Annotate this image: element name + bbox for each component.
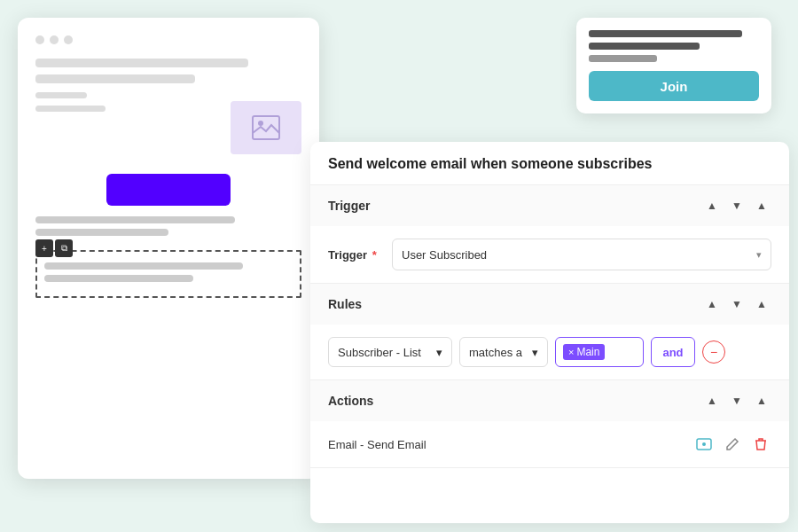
trigger-section-title: Trigger (328, 199, 370, 213)
matches-chevron-icon: ▾ (532, 346, 538, 359)
actions-section-controls: ▲ ▼ ▲ (702, 391, 771, 411)
trigger-dropdown[interactable]: User Subscribed ▾ (392, 239, 771, 270)
actions-section-header: Actions ▲ ▼ ▲ (310, 380, 789, 421)
browser-mockup: + ⧉ (18, 18, 319, 479)
actions-section-body: Email - Send Email (310, 421, 789, 467)
browser-cta-button[interactable] (106, 174, 231, 206)
add-tool-button[interactable]: + (35, 239, 53, 257)
browser-line-3 (35, 92, 87, 98)
rules-up-button[interactable]: ▲ (702, 294, 722, 314)
rules-row: Subscriber - List ▾ matches a ▾ × Main a… (328, 337, 771, 367)
actions-expand-button[interactable]: ▲ (752, 391, 771, 411)
join-line-2 (589, 43, 700, 50)
browser-line-4 (35, 106, 106, 112)
and-button[interactable]: and (651, 337, 695, 367)
subscriber-list-dropdown[interactable]: Subscriber - List ▾ (328, 337, 452, 367)
actions-section-title: Actions (328, 394, 373, 408)
action-icons (693, 434, 771, 455)
join-line-3 (589, 55, 657, 62)
dot-green (64, 35, 73, 44)
trigger-field-row: Trigger * User Subscribed ▾ (328, 239, 771, 270)
matches-label: matches a (469, 346, 522, 359)
rules-section: Rules ▲ ▼ ▲ Subscriber - List ▾ matches … (310, 284, 789, 380)
browser-line-2 (35, 74, 195, 83)
dashed-selection-box: + ⧉ (35, 250, 301, 298)
trigger-section-body: Trigger * User Subscribed ▾ (310, 226, 789, 283)
svg-rect-0 (253, 116, 279, 139)
automation-title: Send welcome email when someone subscrib… (310, 142, 789, 185)
matches-dropdown[interactable]: matches a ▾ (459, 337, 548, 367)
action-row: Email - Send Email (328, 434, 771, 455)
browser-dots (35, 35, 301, 44)
dot-yellow (50, 35, 59, 44)
required-indicator: * (369, 248, 377, 262)
trigger-down-button[interactable]: ▼ (727, 196, 747, 215)
selection-tools: + ⧉ (35, 239, 73, 257)
join-line-1 (589, 30, 742, 37)
trigger-section-header: Trigger ▲ ▼ ▲ (310, 185, 789, 226)
tag-value: Main (576, 346, 599, 358)
actions-up-button[interactable]: ▲ (702, 391, 722, 411)
rules-section-controls: ▲ ▼ ▲ (702, 294, 771, 314)
browser-image-placeholder (231, 101, 301, 154)
tag-x-icon[interactable]: × (568, 347, 574, 357)
subscriber-chevron-icon: ▾ (436, 346, 442, 359)
action-label: Email - Send Email (328, 438, 426, 451)
trigger-up-button[interactable]: ▲ (702, 196, 722, 215)
join-widget: Join (576, 18, 771, 113)
minus-icon: − (710, 345, 717, 359)
trigger-section-controls: ▲ ▼ ▲ (702, 196, 771, 215)
trigger-expand-button[interactable]: ▲ (752, 196, 771, 215)
rules-down-button[interactable]: ▼ (727, 294, 747, 314)
browser-line-1 (35, 59, 248, 67)
trigger-field-label: Trigger * (328, 248, 381, 262)
rules-section-body: Subscriber - List ▾ matches a ▾ × Main a… (310, 325, 789, 379)
rules-section-header: Rules ▲ ▼ ▲ (310, 284, 789, 325)
trigger-chevron-icon: ▾ (756, 249, 762, 261)
automation-panel: Send welcome email when someone subscrib… (310, 142, 789, 523)
rules-section-title: Rules (328, 297, 362, 311)
subscriber-list-label: Subscriber - List (338, 346, 421, 359)
remove-rule-button[interactable]: − (702, 340, 725, 364)
svg-point-1 (258, 121, 263, 126)
edit-icon[interactable] (722, 434, 743, 455)
browser-content (35, 216, 301, 236)
actions-section: Actions ▲ ▼ ▲ Email - Send Email (310, 380, 789, 468)
rules-expand-button[interactable]: ▲ (752, 294, 771, 314)
preview-icon[interactable] (693, 434, 715, 455)
actions-down-button[interactable]: ▼ (727, 391, 747, 411)
join-widget-lines (589, 30, 759, 62)
delete-icon[interactable] (750, 434, 771, 455)
tag-input-field[interactable]: × Main (555, 337, 644, 367)
trigger-dropdown-value: User Subscribed (402, 248, 487, 262)
join-button[interactable]: Join (589, 71, 759, 101)
dot-red (35, 35, 44, 44)
copy-tool-button[interactable]: ⧉ (55, 239, 73, 257)
trigger-section: Trigger ▲ ▼ ▲ Trigger * User Subscribed … (310, 185, 789, 284)
main-tag[interactable]: × Main (563, 344, 605, 360)
svg-point-3 (702, 442, 706, 446)
